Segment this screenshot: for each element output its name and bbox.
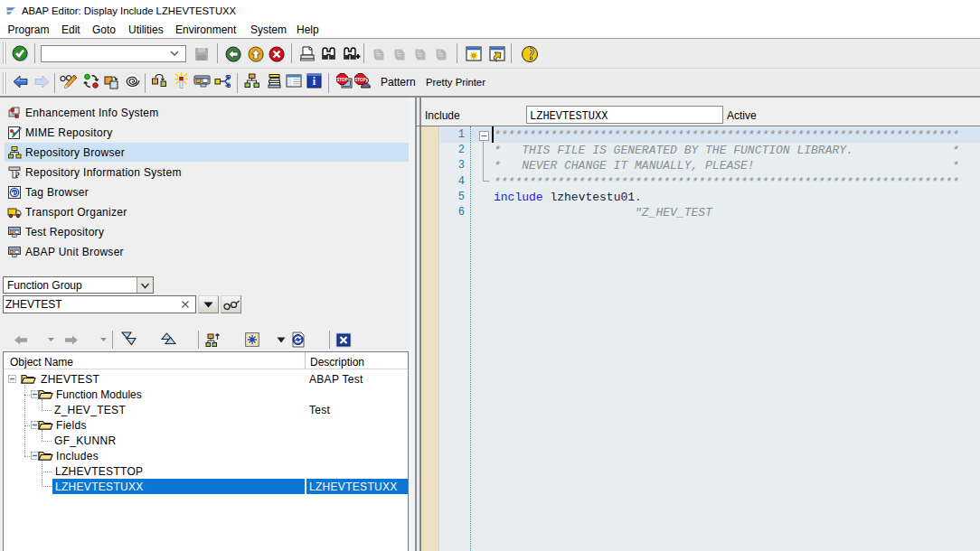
svg-text:STOP: STOP bbox=[354, 78, 365, 82]
svg-text:STOP: STOP bbox=[336, 78, 347, 82]
